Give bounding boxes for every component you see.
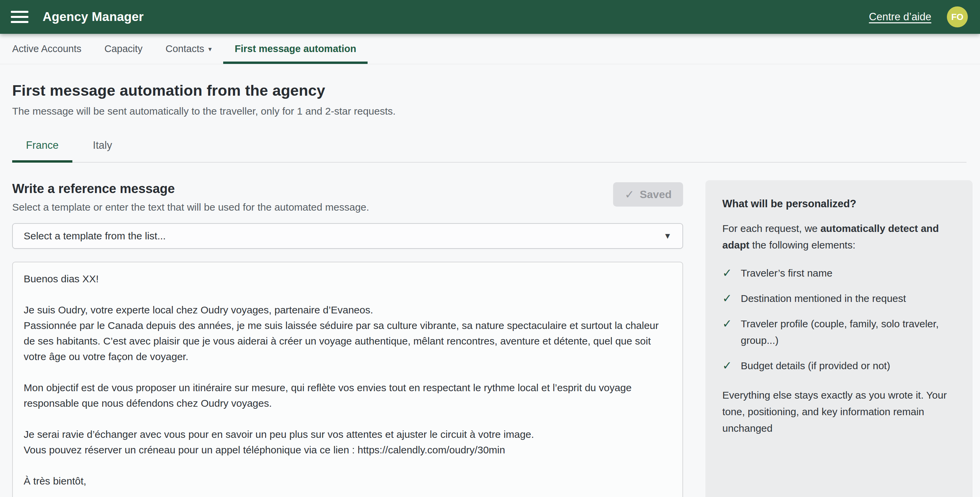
editor-head: Write a reference message Select a templ… bbox=[12, 181, 683, 213]
menu-bar bbox=[11, 16, 29, 18]
check-icon: ✓ bbox=[722, 316, 732, 332]
help-center-link[interactable]: Centre d’aide bbox=[869, 11, 931, 23]
panel-heading: What will be personalized? bbox=[722, 198, 956, 210]
tab-italy[interactable]: Italy bbox=[72, 135, 132, 163]
nav-item-label: Capacity bbox=[105, 43, 143, 54]
saved-button[interactable]: ✓ Saved bbox=[613, 182, 683, 206]
editor-description: Select a template or enter the text that… bbox=[12, 202, 369, 213]
list-item: ✓ Budget details (if provided or not) bbox=[722, 357, 956, 374]
menu-bar bbox=[11, 11, 29, 13]
nav-item-active-accounts[interactable]: Active Accounts bbox=[1, 34, 93, 64]
check-icon: ✓ bbox=[722, 290, 732, 306]
top-nav: Active Accounts Capacity Contacts ▾ Firs… bbox=[0, 34, 980, 64]
caret-down-icon: ▼ bbox=[663, 231, 671, 241]
personalization-checklist: ✓ Traveler’s first name ✓ Destination me… bbox=[722, 265, 956, 374]
list-item: ✓ Traveler’s first name bbox=[722, 265, 956, 281]
nav-item-contacts[interactable]: Contacts ▾ bbox=[154, 34, 224, 64]
app-header: Agency Manager Centre d’aide FO bbox=[0, 0, 980, 34]
editor-heading: Write a reference message bbox=[12, 181, 369, 196]
main-content: Write a reference message Select a templ… bbox=[0, 181, 980, 497]
nav-item-label: Contacts bbox=[166, 43, 204, 54]
page-subtitle: The message will be sent automatically t… bbox=[12, 105, 966, 117]
list-item-label: Traveler profile (couple, family, solo t… bbox=[741, 316, 956, 349]
list-item: ✓ Traveler profile (couple, family, solo… bbox=[722, 316, 956, 349]
list-item-label: Destination mentioned in the request bbox=[741, 290, 906, 306]
editor-head-text: Write a reference message Select a templ… bbox=[12, 181, 369, 213]
panel-intro-suffix: the following elements: bbox=[749, 239, 856, 251]
check-icon: ✓ bbox=[722, 265, 732, 281]
page-head: First message automation from the agency… bbox=[0, 64, 980, 117]
nav-item-capacity[interactable]: Capacity bbox=[93, 34, 154, 64]
avatar[interactable]: FO bbox=[947, 6, 968, 27]
check-icon: ✓ bbox=[722, 357, 732, 374]
editor-column: Write a reference message Select a templ… bbox=[12, 181, 683, 497]
app-title: Agency Manager bbox=[43, 10, 144, 24]
list-item-label: Budget details (if provided or not) bbox=[741, 357, 890, 374]
nav-item-first-message-automation[interactable]: First message automation bbox=[223, 34, 368, 64]
menu-icon[interactable] bbox=[10, 7, 30, 27]
personalization-panel: What will be personalized? For each requ… bbox=[705, 180, 972, 497]
template-select[interactable]: Select a template from the list... ▼ bbox=[12, 223, 683, 249]
panel-intro: For each request, we automatically detec… bbox=[722, 220, 956, 253]
tab-france[interactable]: France bbox=[12, 135, 72, 163]
panel-intro-prefix: For each request, we bbox=[722, 223, 820, 234]
nav-item-label: Active Accounts bbox=[12, 43, 81, 54]
list-item-label: Traveler’s first name bbox=[741, 265, 832, 281]
check-icon: ✓ bbox=[625, 187, 635, 201]
menu-bar bbox=[11, 21, 29, 23]
list-item: ✓ Destination mentioned in the request bbox=[722, 290, 956, 306]
message-textarea[interactable]: Buenos dias XX! Je suis Oudry, votre exp… bbox=[12, 262, 683, 497]
header-right: Centre d’aide FO bbox=[869, 6, 968, 27]
template-select-value: Select a template from the list... bbox=[24, 230, 166, 242]
country-tabs: France Italy bbox=[12, 135, 966, 163]
nav-item-label: First message automation bbox=[235, 43, 356, 54]
page-title: First message automation from the agency bbox=[12, 82, 966, 99]
panel-footer: Everything else stays exactly as you wro… bbox=[722, 387, 956, 437]
saved-button-label: Saved bbox=[640, 188, 671, 201]
chevron-down-icon: ▾ bbox=[208, 46, 212, 52]
